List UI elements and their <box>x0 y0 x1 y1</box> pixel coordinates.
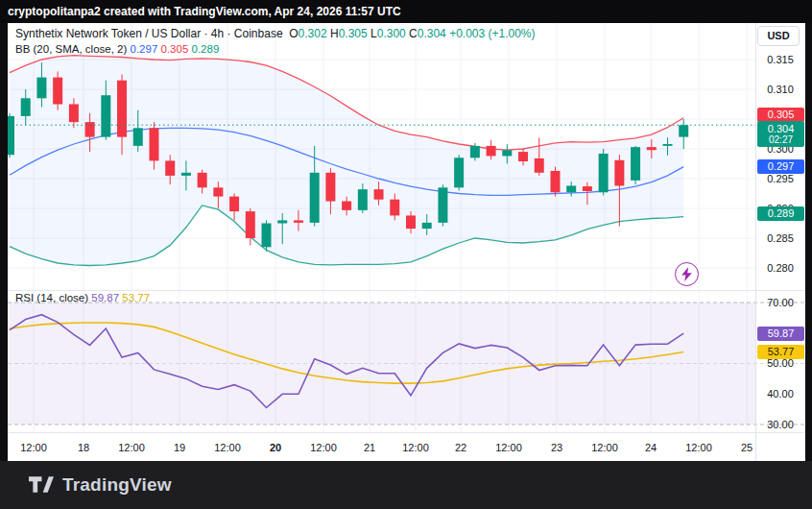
candle-body <box>454 158 464 187</box>
countdown-timer: 02:27 <box>757 134 804 145</box>
rsi-ma-value-badge: 53.77 <box>757 345 804 359</box>
attribution-header: cryptopolitanpa2 created with TradingVie… <box>0 0 812 23</box>
bb-lower-value: 0.289 <box>192 43 220 55</box>
ohlc-high-label: H <box>330 27 339 40</box>
bb-basis-price-badge: 0.297 <box>757 159 804 174</box>
tradingview-logo[interactable]: TradingView <box>29 474 172 496</box>
time-tick: 12:00 <box>402 442 429 453</box>
candle-body <box>679 125 688 136</box>
time-tick: 12:00 <box>591 442 618 453</box>
candle-body <box>374 189 384 200</box>
rsi-tick: 70.00 <box>755 297 805 309</box>
chart-plot-area[interactable] <box>8 23 805 461</box>
ohlc-close-value: 0.304 <box>418 27 446 40</box>
bb-basis-value: 0.297 <box>131 43 158 55</box>
candle-body <box>470 146 480 158</box>
candle-body <box>502 150 512 156</box>
candle-body <box>599 154 609 192</box>
time-tick: 12:00 <box>495 442 522 453</box>
quick-trade-button[interactable] <box>675 262 699 286</box>
tradingview-logo-text: TradingView <box>62 474 172 496</box>
time-tick: 18 <box>78 442 89 453</box>
rsi-legend-label: RSI (14, close) <box>15 292 88 303</box>
candle-body <box>583 186 592 191</box>
ohlc-low-value: 0.300 <box>377 27 406 40</box>
candle-body <box>566 185 576 192</box>
candle-body <box>85 122 95 137</box>
bb-lower-price-badge: 0.289 <box>757 206 804 221</box>
candle-body <box>165 160 175 176</box>
candle-body <box>614 160 624 186</box>
candle-body <box>535 158 544 173</box>
tradingview-screenshot: cryptopolitanpa2 created with TradingVie… <box>0 0 812 509</box>
time-tick: 12:00 <box>214 442 241 453</box>
rsi-tick: 40.00 <box>755 388 805 400</box>
candle-body <box>406 215 416 229</box>
candle-body <box>53 78 62 105</box>
currency-toggle-button[interactable]: USD <box>757 26 800 46</box>
candle-body <box>36 78 46 99</box>
bb-upper-value: 0.305 <box>161 43 189 55</box>
candle-body <box>181 173 191 176</box>
candle-body <box>663 144 673 146</box>
bb-indicator-legend[interactable]: BB (20, SMA, close, 2) 0.297 0.305 0.289 <box>15 43 219 55</box>
candle-body <box>438 187 447 223</box>
rsi-tick: 30.00 <box>755 419 805 431</box>
price-tick: 0.295 <box>755 173 805 185</box>
candle-body <box>149 128 158 160</box>
bb-legend-label: BB (20, SMA, close, 2) <box>15 43 127 55</box>
time-tick: 19 <box>174 442 185 453</box>
candle-body <box>21 98 31 116</box>
time-tick: 20 <box>270 442 281 453</box>
rsi-band <box>8 303 755 424</box>
time-tick: 24 <box>645 442 657 453</box>
last-price-badge: 0.30402:27 <box>757 121 804 147</box>
candle-body <box>631 147 640 181</box>
ohlc-high-value: 0.305 <box>339 27 368 40</box>
candle-body <box>213 187 223 196</box>
ohlc-low-label: L <box>370 27 377 40</box>
bb-fill <box>10 56 683 266</box>
tradingview-logo-icon <box>29 475 54 495</box>
candle-body <box>69 105 79 123</box>
candle-body <box>647 147 657 150</box>
ohlc-open-value: 0.302 <box>299 27 327 40</box>
ohlc-close-label: C <box>409 27 418 40</box>
rsi-value-badge: 59.87 <box>757 327 804 341</box>
candle-body <box>325 173 335 202</box>
candle-body <box>229 197 239 212</box>
candle-body <box>262 224 272 248</box>
time-tick: 25 <box>741 442 752 453</box>
candle-body <box>342 202 351 210</box>
rsi-indicator-legend[interactable]: RSI (14, close) 59.87 53.77 <box>15 292 150 303</box>
candle-body <box>246 211 255 238</box>
ohlc-open-label: O <box>289 27 298 40</box>
rsi-value: 59.87 <box>91 292 119 303</box>
bb-upper-price-badge: 0.305 <box>757 108 804 122</box>
price-tick: 0.310 <box>755 84 805 96</box>
change-value: +0.003 (+1.00%) <box>449 27 535 40</box>
candle-body <box>117 81 127 137</box>
candle-body <box>133 128 143 146</box>
candle-body <box>422 223 432 229</box>
attribution-text: cryptopolitanpa2 created with TradingVie… <box>8 5 401 18</box>
candle-body <box>550 171 560 192</box>
lightning-bolt-icon <box>681 267 693 281</box>
time-tick: 21 <box>364 442 375 453</box>
time-tick: 12:00 <box>685 442 712 453</box>
candle-body <box>101 95 110 136</box>
candle-body <box>358 189 368 210</box>
time-tick: 12:00 <box>310 442 337 453</box>
candle-body <box>487 146 496 157</box>
rsi-ma-value: 53.77 <box>122 292 150 303</box>
price-tick: 0.315 <box>755 54 805 66</box>
candle-body <box>294 220 303 222</box>
symbol-legend[interactable]: Synthetix Network Token / US Dollar · 4h… <box>15 27 536 40</box>
time-tick: 23 <box>551 442 562 453</box>
candle-body <box>8 116 14 155</box>
price-tick: 0.280 <box>755 262 805 275</box>
candle-body <box>277 220 287 223</box>
candle-body <box>518 152 528 161</box>
time-tick: 12:00 <box>118 442 145 453</box>
pane-separator[interactable] <box>8 290 805 291</box>
